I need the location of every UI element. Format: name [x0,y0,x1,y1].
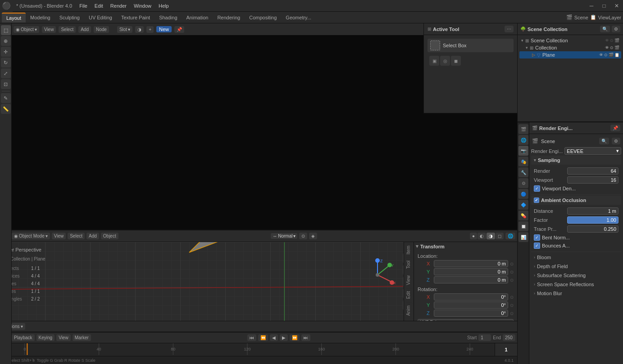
props-tab-output[interactable]: 🌐 [518,135,528,145]
side-tab-edit[interactable]: Edit [405,288,413,301]
end-frame[interactable]: 250 [503,334,515,341]
select-box-item[interactable]: Select Box [427,39,514,52]
top-node-menu[interactable]: Node [94,26,109,33]
measure-tool[interactable]: 📏 [1,104,11,114]
solid-shading-btn[interactable]: ● [470,233,477,239]
outliner-sort[interactable]: ⚙ [612,26,620,32]
start-frame[interactable]: 1 [478,334,491,341]
material-shading-btn[interactable]: ◐ [477,233,486,239]
top-new-btn[interactable]: + [146,26,154,33]
select-tool[interactable]: ⬚ [1,25,11,35]
transform-tool[interactable]: ⊡ [1,79,11,89]
plane-sel[interactable]: ⊙ [604,53,608,57]
scene-settings-btn[interactable]: ⚙ [612,138,620,144]
active-tool-options[interactable]: ⋯ [505,26,514,32]
ao-factor-value[interactable]: 1.00 [567,216,618,224]
current-frame-display[interactable]: 1 [495,343,517,356]
rotation-x-value[interactable]: 0° [434,293,508,301]
plane-render[interactable]: 🎬 [609,53,614,57]
shading-mode-selector[interactable]: ↔ Normal▾ [271,233,297,239]
ao-bent-normals-checkbox[interactable]: ✓ [534,234,540,241]
outliner-collection[interactable]: ▾ ⊞ Collection 👁 ⊙ 🎬 [519,44,621,51]
menu-window[interactable]: Window [130,2,155,10]
props-tab-particles[interactable]: 🔷 [518,200,528,210]
menu-file[interactable]: File [76,2,91,10]
plane-data[interactable]: 📋 [614,53,619,57]
scene-collection-render[interactable]: 🎬 [614,38,619,43]
rotation-y-value[interactable]: 0° [434,301,508,309]
side-tab-view[interactable]: View [405,273,413,288]
props-tab-world[interactable]: 🔧 [518,167,528,177]
3d-viewport-content[interactable]: User Perspective (1) Collection | Plane … [0,242,517,321]
outliner-plane[interactable]: ▷ ▽ Plane 👁 ⊙ 🎬 📋 [519,51,621,58]
props-pin-btn[interactable]: 📌 [610,125,620,131]
ao-trace-value[interactable]: 0.250 [567,225,618,233]
minimize-button[interactable]: ─ [585,0,598,12]
scale-tool[interactable]: ⤢ [1,68,11,78]
3d-viewport-gizmo-btn[interactable]: 🌐 [505,233,515,239]
render-engine-dropdown[interactable]: EEVEE ▾ [564,147,621,155]
outliner-filter[interactable]: 🔍 [600,26,610,32]
top-view-menu[interactable]: View [42,26,56,33]
maximize-button[interactable]: □ [598,0,610,12]
euler-dropdown[interactable]: XYZ Euler ▾ [418,319,514,321]
props-tab-render[interactable]: 🎬 [518,124,528,134]
location-x-value[interactable]: 0 m [434,260,508,267]
props-tab-constraints[interactable]: 🔲 [518,221,528,231]
mode-icon-1[interactable]: ◎ [440,56,450,66]
3d-overlays-btn[interactable]: ⊙ [299,233,307,239]
tab-sculpting[interactable]: Sculpting [55,13,84,22]
outliner-scene-collection[interactable]: ▾ ⊞ Scene Collection 👁 ⊙ 🎬 [519,37,621,44]
top-shading-icon[interactable]: ◑ [135,26,144,33]
props-tab-scene[interactable]: 🎭 [518,157,528,166]
location-z-value[interactable]: 0 m [434,276,508,283]
prev-frame-btn[interactable]: ⏪ [258,334,268,341]
collection-sel[interactable]: ⊙ [610,45,614,50]
viewlayer-label[interactable]: ViewLayer [598,15,621,20]
bloom-section[interactable]: › Bloom [531,253,621,262]
side-tab-anim[interactable]: Anim [405,303,413,319]
tab-shading[interactable]: Shading [155,13,182,22]
play-btn[interactable]: ▶ [280,334,288,341]
props-tab-data[interactable]: 📊 [518,232,528,242]
tab-modeling[interactable]: Modeling [26,13,55,22]
plane-eye[interactable]: 👁 [599,53,603,57]
collection-render[interactable]: 🎬 [614,45,619,50]
tab-uv-editing[interactable]: UV Editing [84,13,117,22]
3d-xray-btn[interactable]: ◈ [309,233,317,239]
props-tab-modifiers[interactable]: 🔵 [518,189,528,199]
side-tab-item[interactable]: Item [405,243,413,257]
props-tab-view-layer[interactable]: 📷 [518,146,528,156]
top-select-menu[interactable]: Select [59,26,76,33]
tab-geometry[interactable]: Geometry... [281,13,316,22]
depth-of-field-section[interactable]: › Depth of Field [531,262,621,271]
top-new-label[interactable]: New [156,26,172,32]
next-frame-btn[interactable]: ⏩ [290,334,300,341]
screen-space-reflections-section[interactable]: › Screen Space Reflections [531,280,621,289]
top-slot-selector[interactable]: Slot▾ [117,26,132,33]
timeline-view-menu[interactable]: View [56,334,71,341]
transform-panel-header[interactable]: ▾ Transform [414,242,517,251]
tab-layout[interactable]: Layout [2,13,26,22]
tab-texture-paint[interactable]: Texture Paint [117,13,155,22]
top-pin-icon[interactable]: 📌 [174,26,184,33]
3d-mode-selector[interactable]: ◉ Object Mode▾ [12,233,50,239]
collection-eye[interactable]: 👁 [605,45,609,50]
timeline-keying-menu[interactable]: Keying [36,334,55,341]
scene-label[interactable]: Scene [574,15,588,20]
tab-compositing[interactable]: Compositing [245,13,281,22]
3d-select-menu[interactable]: Select [68,233,85,239]
location-y-value[interactable]: 0 m [434,268,508,275]
scene-collection-eye[interactable]: 👁 [605,38,609,43]
menu-render[interactable]: Render [107,2,130,10]
sampling-header[interactable]: ▾ Sampling [531,156,621,165]
viewport-denoising-checkbox[interactable]: ✓ [534,185,540,192]
top-add-menu[interactable]: Add [78,26,91,33]
motion-blur-section[interactable]: › Motion Blur [531,289,621,298]
props-tab-object[interactable]: ⚙ [518,178,528,188]
ao-header[interactable]: ✓ Ambient Occlusion [531,196,621,205]
3d-view-menu[interactable]: View [52,233,66,239]
annotate-tool[interactable]: ✎ [1,93,11,103]
rotation-z-value[interactable]: 0° [434,310,508,317]
tab-animation[interactable]: Animation [182,13,213,22]
